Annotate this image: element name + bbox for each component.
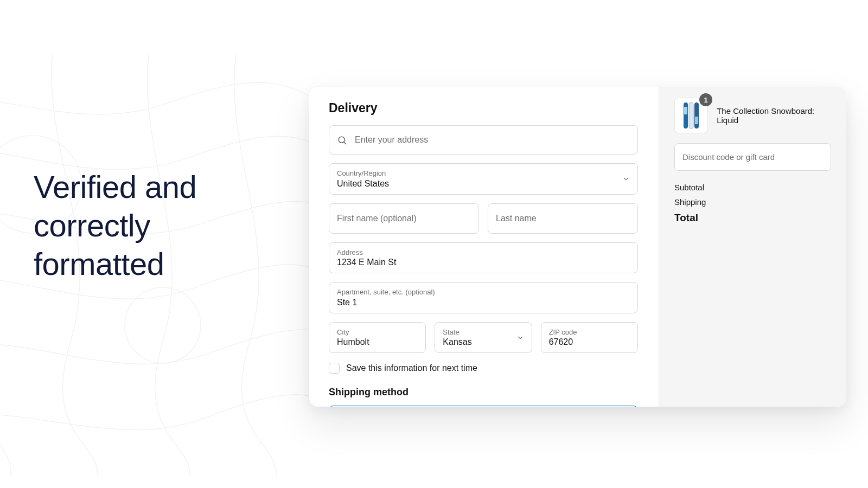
save-info-row: Save this information for next time [329,363,638,374]
zip-label: ZIP code [549,328,630,337]
chevron-down-icon [516,334,524,342]
svg-rect-4 [684,107,687,114]
svg-rect-6 [694,102,699,129]
search-icon [337,135,347,145]
city-field[interactable]: City Humbolt [329,322,426,354]
total-line: Total [674,212,831,224]
country-value: United States [337,179,630,189]
state-label: State [443,328,524,337]
svg-rect-3 [684,102,688,129]
address-label: Address [337,248,630,257]
address-search-input[interactable] [355,135,630,145]
discount-placeholder: Discount code or gift card [682,152,775,162]
state-select[interactable]: State Kansas [435,322,532,354]
apartment-value: Ste 1 [337,298,630,307]
cart-item: 1 The Collection Snowboard: Liquid [674,98,831,133]
apartment-field[interactable]: Apartment, suite, etc. (optional) Ste 1 [329,282,638,313]
checkout-card: Delivery Country/Region United States [309,87,846,407]
subtotal-line: Subtotal [674,183,831,192]
address-search-field[interactable] [329,125,638,155]
svg-rect-7 [695,117,698,124]
country-select[interactable]: Country/Region United States [329,163,638,195]
delivery-form-pane: Delivery Country/Region United States [309,87,659,407]
city-label: City [337,328,418,337]
order-summary-pane: 1 The Collection Snowboard: Liquid Disco… [659,87,846,407]
shipping-method-heading: Shipping method [329,387,638,398]
snowboard-icon [680,101,702,130]
quantity-badge: 1 [699,93,712,106]
save-info-checkbox[interactable] [329,363,340,374]
chevron-down-icon [622,175,630,183]
zip-value: 67620 [549,337,630,347]
country-label: Country/Region [337,169,630,178]
svg-rect-5 [689,102,693,129]
page-headline: Verified and correctly formatted [34,168,196,283]
city-value: Humbolt [337,337,418,347]
first-name-field[interactable]: First name (optional) [329,203,479,234]
save-info-label: Save this information for next time [346,363,477,373]
first-name-placeholder: First name (optional) [337,214,471,223]
svg-point-1 [125,287,201,363]
shipping-line: Shipping [674,197,831,207]
canvas: Verified and correctly formatted Deliver… [0,0,868,488]
apartment-label: Apartment, suite, etc. (optional) [337,288,630,297]
zip-field[interactable]: ZIP code 67620 [541,322,638,354]
delivery-heading: Delivery [329,101,638,115]
last-name-field[interactable]: Last name [488,203,638,234]
address-value: 1234 E Main St [337,258,630,267]
last-name-placeholder: Last name [496,214,630,223]
state-value: Kansas [443,337,524,347]
svg-point-2 [339,137,344,143]
shipping-option[interactable]: United states rates $11.00 [329,406,638,407]
discount-code-input[interactable]: Discount code or gift card [674,143,831,171]
product-thumbnail: 1 [674,98,708,133]
address-field[interactable]: Address 1234 E Main St [329,242,638,274]
product-name: The Collection Snowboard: Liquid [717,106,831,125]
